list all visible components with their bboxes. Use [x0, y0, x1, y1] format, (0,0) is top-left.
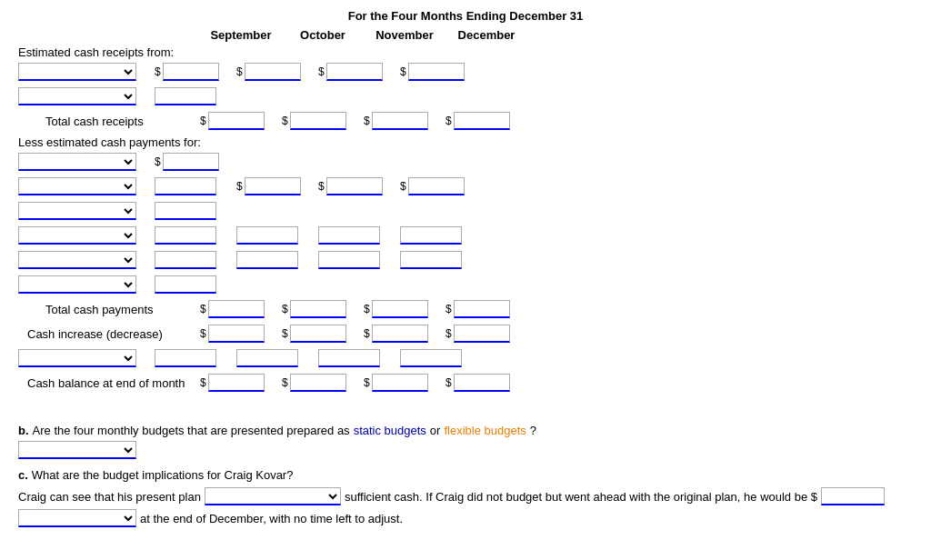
total-receipts-sep: $: [200, 112, 282, 130]
craig-end-dropdown[interactable]: [18, 509, 136, 527]
ob-nov: [318, 349, 400, 367]
receipt-oct-1-input[interactable]: [245, 63, 301, 81]
ob-sep-input[interactable]: [155, 349, 216, 367]
craig-text3: at the end of December, with no time lef…: [140, 512, 403, 525]
total-receipts-sep-input[interactable]: [208, 112, 265, 130]
receipt-dropdown-2[interactable]: [18, 87, 136, 105]
payment-sep-3-input[interactable]: [155, 202, 216, 220]
flexible-budgets-link[interactable]: flexible budgets: [444, 424, 526, 437]
payment-oct-2-input[interactable]: [245, 177, 301, 195]
receipt-dropdown-1[interactable]: [18, 63, 136, 81]
payment-dec-2: $: [400, 177, 482, 195]
cash-balance-label: Cash balance at end of month: [18, 376, 200, 390]
dollar-sign: $: [445, 327, 452, 340]
payment-sep-4: [155, 226, 236, 245]
payment-sep-6-input[interactable]: [155, 275, 216, 294]
total-receipts-nov-input[interactable]: [372, 112, 428, 130]
total-payments-oct-input[interactable]: [290, 300, 346, 318]
cash-inc-nov-input[interactable]: [372, 325, 428, 343]
total-payments-dec-input[interactable]: [454, 300, 510, 318]
receipt-nov-1-input[interactable]: [326, 63, 383, 81]
cb-nov-input[interactable]: [372, 374, 428, 392]
dollar-sign: $: [236, 180, 243, 193]
payment-dropdown-2[interactable]: [18, 177, 136, 195]
ob-sep: [155, 349, 236, 367]
cash-inc-sep: $: [200, 325, 282, 343]
receipt-oct-1: $: [236, 63, 318, 81]
cb-oct: $: [282, 374, 364, 392]
section-c-label: c.: [18, 468, 28, 482]
opening-balance-dropdown[interactable]: [18, 349, 136, 367]
payment-sep-3: [155, 202, 236, 220]
static-budgets-link[interactable]: static budgets: [354, 424, 426, 437]
payment-nov-2: $: [318, 177, 400, 195]
dollar-sign: $: [200, 115, 206, 127]
receipt-sep-2-input[interactable]: [155, 87, 216, 105]
payment-nov-4-input[interactable]: [318, 226, 380, 245]
ob-dec-input[interactable]: [400, 349, 462, 367]
dollar-sign: $: [318, 180, 325, 193]
section-b-text2: or: [430, 424, 441, 437]
craig-amount-input[interactable]: [821, 487, 885, 505]
dollar-sign: $: [364, 376, 370, 389]
cash-inc-sep-input[interactable]: [208, 325, 265, 343]
receipt-row-1: $ $ $ $: [18, 61, 913, 83]
payment-dropdown-1[interactable]: [18, 153, 136, 171]
payment-sep-4-input[interactable]: [155, 226, 216, 245]
dollar-sign: $: [400, 65, 406, 78]
payment-row-3: [18, 200, 913, 222]
receipt-nov-1: $: [318, 63, 400, 81]
payment-dec-5-input[interactable]: [400, 251, 462, 269]
payment-sep-1-input[interactable]: [163, 153, 219, 171]
payment-nov-5-input[interactable]: [318, 251, 380, 269]
cash-inc-oct-input[interactable]: [290, 325, 346, 343]
craig-plan-dropdown[interactable]: [205, 487, 341, 505]
payment-oct-5-input[interactable]: [236, 251, 298, 269]
dollar-sign: $: [282, 376, 288, 389]
ob-nov-input[interactable]: [318, 349, 380, 367]
cb-sep: $: [200, 374, 282, 392]
payment-oct-4-input[interactable]: [236, 226, 298, 245]
budget-type-dropdown[interactable]: [18, 441, 136, 459]
payment-sep-5-input[interactable]: [155, 251, 216, 269]
payment-dropdown-3-cell: [18, 202, 145, 220]
total-payments-sep-input[interactable]: [208, 300, 265, 318]
dollar-sign: $: [282, 303, 288, 315]
craig-text2: sufficient cash. If Craig did not budget…: [345, 490, 817, 504]
payment-dec-4-input[interactable]: [400, 226, 462, 245]
payments-section-label: Less estimated cash payments for:: [18, 135, 913, 149]
payment-dropdown-5[interactable]: [18, 251, 136, 269]
dollar-sign: $: [155, 65, 161, 78]
receipt-row-2: [18, 85, 913, 107]
payment-dec-2-input[interactable]: [408, 177, 465, 195]
payment-dropdown-4-cell: [18, 226, 145, 245]
payment-sep-5: [155, 251, 236, 269]
payment-dropdown-6[interactable]: [18, 275, 136, 294]
cb-oct-input[interactable]: [290, 374, 346, 392]
cb-sep-input[interactable]: [208, 374, 265, 392]
total-payments-nov-input[interactable]: [372, 300, 428, 318]
payment-sep-2: [155, 177, 236, 195]
ob-oct-input[interactable]: [236, 349, 298, 367]
col-sep: September: [200, 28, 282, 42]
payment-nov-2-input[interactable]: [326, 177, 383, 195]
dollar-sign: $: [282, 327, 288, 340]
receipt-sep-1-input[interactable]: [163, 63, 219, 81]
total-receipts-dec: $: [445, 112, 527, 130]
opening-balance-dropdown-cell: [18, 349, 145, 367]
dollar-sign: $: [200, 303, 206, 315]
total-receipts-dec-input[interactable]: [454, 112, 510, 130]
receipt-dropdown-2-cell: [18, 87, 145, 105]
total-receipts-oct-input[interactable]: [290, 112, 346, 130]
dollar-sign: $: [282, 115, 288, 127]
cash-inc-dec-input[interactable]: [454, 325, 510, 343]
total-payments-sep: $: [200, 300, 282, 318]
total-receipts-row: Total cash receipts $ $ $ $: [18, 110, 913, 132]
total-payments-nov: $: [364, 300, 445, 318]
payment-dropdown-3[interactable]: [18, 202, 136, 220]
section-c-text: What are the budget implications for Cra…: [32, 468, 294, 482]
cb-dec-input[interactable]: [454, 374, 510, 392]
payment-dropdown-4[interactable]: [18, 226, 136, 245]
receipt-dec-1-input[interactable]: [408, 63, 465, 81]
payment-sep-2-input[interactable]: [155, 177, 216, 195]
